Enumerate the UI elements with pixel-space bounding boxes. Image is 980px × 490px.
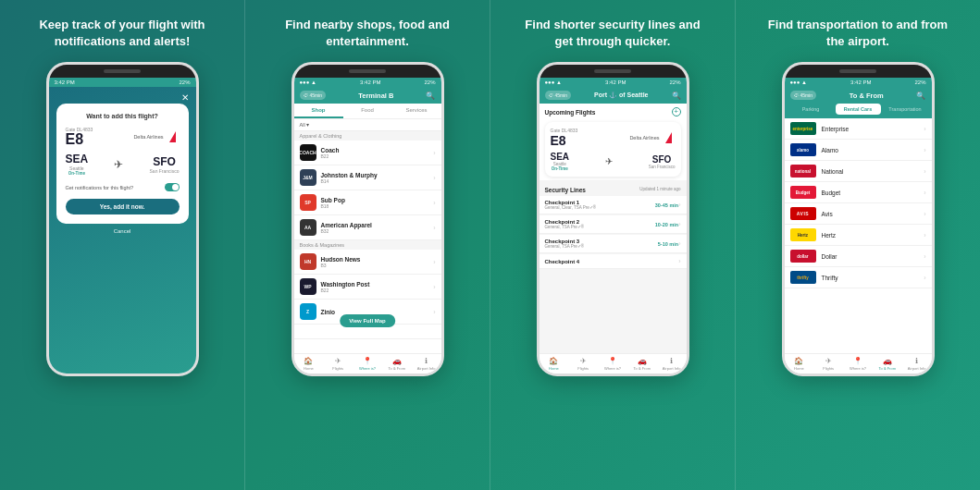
nav-tofrom-4[interactable]: 🚗To & From — [873, 357, 902, 371]
phone-1-notch — [49, 65, 196, 78]
search-icon-3[interactable]: 🔍 — [672, 92, 681, 100]
status-bar-4: ●●● ▲ 3:42 PM 22% — [785, 78, 932, 87]
panel-3: Find shorter security lines and get thro… — [490, 0, 736, 490]
shop-name: Washington Post — [321, 281, 434, 288]
nav-flights[interactable]: ✈Flights — [323, 357, 353, 371]
chevron-icon: › — [433, 200, 435, 206]
list-item[interactable]: J&M Johnston & Murphy B14 › — [294, 165, 441, 190]
tab-parking[interactable]: Parking — [788, 104, 834, 115]
status-time-2: ●●● ▲ — [300, 80, 316, 85]
shop-list: COACH Coach B22 › J&M Johnston & Murphy … — [294, 141, 441, 338]
route-info: SEA Seattle On-Time ✈ SFO San Francisco — [66, 153, 180, 176]
search-icon-2[interactable]: 🔍 — [426, 92, 435, 100]
nav-flights-4[interactable]: ✈Flights — [813, 357, 843, 371]
nav-whereis[interactable]: 📍Where is? — [353, 357, 382, 371]
view-map-button[interactable]: View Full Map — [340, 314, 395, 327]
nav-tofrom-3[interactable]: 🚗To & From — [627, 357, 657, 371]
cp4-name: Checkpoint 4 — [545, 259, 679, 264]
tofrom-icon-3: 🚗 — [638, 357, 647, 365]
panel-4: Find transportation to and from the airp… — [736, 0, 980, 490]
nav-home-4[interactable]: 🏠Home — [785, 357, 814, 371]
nav-flights-label-4: Flights — [823, 366, 834, 371]
list-item[interactable]: thrifty Thrifty › — [785, 267, 932, 288]
nav-whereis-label-4: Where is? — [850, 366, 866, 371]
tab-rental-cars[interactable]: Rental Cars — [836, 104, 881, 115]
list-item[interactable]: AA American Apparel B32 › — [294, 215, 441, 240]
hn-info: Hudson News B3 — [321, 256, 434, 268]
toggle-row: Get notifications for this flight? — [66, 183, 180, 191]
status-3: On-Time — [551, 166, 570, 171]
nav-home-label-4: Home — [794, 366, 804, 371]
filter-dropdown[interactable]: All ▾ — [294, 119, 441, 131]
jm-logo: J&M — [300, 169, 316, 186]
tab-shop[interactable]: Shop — [294, 104, 343, 118]
phone-4-notch — [785, 65, 932, 78]
yes-add-button[interactable]: Yes, add it now. — [66, 199, 180, 214]
list-item[interactable]: alamo Alamo › — [785, 140, 932, 161]
gate-info-3: Gate DL4833 E8 — [551, 128, 578, 148]
checkpoint-1[interactable]: Checkpoint 1 General, Clear, TSA Pre✓® 3… — [540, 196, 687, 214]
chevron-icon: › — [924, 211, 925, 217]
shop-name: American Apparel — [321, 222, 434, 228]
notification-toggle[interactable] — [165, 183, 180, 191]
shop-location: B32 — [321, 228, 434, 234]
checkpoint-3[interactable]: Checkpoint 3 General, TSA Pre✓® 5-10 min… — [540, 235, 687, 253]
shop-name: Coach — [321, 147, 434, 153]
chevron-icon: › — [924, 232, 925, 239]
origin-code-3: SEA — [551, 152, 570, 162]
checkpoint-4[interactable]: Checkpoint 4 › — [540, 254, 687, 269]
toggle-label: Get notifications for this flight? — [66, 185, 134, 190]
list-item[interactable]: SP Sub Pop B18 › — [294, 190, 441, 215]
nav-home[interactable]: 🏠Home — [294, 357, 324, 371]
chevron-icon: › — [924, 168, 925, 175]
tab-food[interactable]: Food — [343, 104, 392, 118]
close-icon[interactable]: ✕ — [181, 92, 189, 103]
section-apparel: Apparel & Clothing — [294, 131, 441, 141]
status-battery-1: 22% — [179, 80, 190, 85]
tab-services[interactable]: Services — [392, 104, 441, 118]
app-container: Keep track of your flight with notificat… — [0, 0, 980, 490]
origin-3: SEA Seattle On-Time — [551, 152, 570, 171]
national-logo: national — [790, 165, 816, 178]
status-battery-2: 22% — [424, 80, 435, 85]
zinio-logo: Z — [300, 303, 316, 320]
add-flight-btn[interactable]: + — [672, 107, 681, 116]
tofrom-icon: 🚗 — [392, 357, 402, 365]
checkpoint-2[interactable]: Checkpoint 2 General, TSA Pre✓® 10-20 mi… — [540, 215, 687, 234]
home-icon: 🏠 — [304, 357, 313, 365]
chevron-icon: › — [433, 225, 435, 231]
nav-info-3[interactable]: ℹAirport Info — [657, 357, 687, 371]
nav-info-label-4: Airport Info — [908, 366, 926, 371]
chevron-icon: › — [924, 126, 925, 132]
list-item[interactable]: enterprise Enterprise › — [785, 118, 932, 140]
list-item[interactable]: Budget Budget › — [785, 182, 932, 203]
whereis-icon-3: 📍 — [608, 357, 617, 365]
list-item[interactable]: dollar Dollar › — [785, 246, 932, 267]
list-item[interactable]: HN Hudson News B3 › — [294, 250, 441, 275]
cp1-desc: General, Clear, TSA Pre✓® — [545, 205, 655, 210]
list-item[interactable]: Hertz Hertz › — [785, 225, 932, 246]
nav-whereis-4[interactable]: 📍Where is? — [843, 357, 873, 371]
cancel-button[interactable]: Cancel — [114, 228, 131, 234]
chevron-icon: › — [433, 284, 435, 290]
nav-info[interactable]: ℹAirport Info — [412, 357, 441, 371]
coach-logo: COACH — [300, 144, 316, 161]
tab-transportation[interactable]: Transportation — [883, 104, 928, 115]
list-item[interactable]: COACH Coach B22 › — [294, 141, 441, 165]
search-icon-4[interactable]: 🔍 — [916, 92, 925, 100]
list-item[interactable]: AVIS Avis › — [785, 203, 932, 225]
nav-flights-3[interactable]: ✈Flights — [568, 357, 598, 371]
list-item[interactable]: national National › — [785, 161, 932, 182]
nav-home-3[interactable]: 🏠Home — [540, 357, 569, 371]
nav-info-4[interactable]: ℹAirport Info — [902, 357, 932, 371]
tofrom-icon-4: 🚗 — [883, 357, 892, 365]
chevron-icon: › — [678, 258, 680, 264]
nav-tofrom[interactable]: 🚗To & From — [382, 357, 412, 371]
cp3-info: Checkpoint 3 General, TSA Pre✓® — [545, 239, 658, 249]
wp-logo: WP — [300, 278, 316, 295]
dest-name-3: San Francisco — [649, 165, 676, 169]
list-item[interactable]: WP Washington Post B22 › — [294, 275, 441, 300]
status-time-1: 3:42 PM — [55, 80, 75, 85]
nav-whereis-3[interactable]: 📍Where is? — [598, 357, 627, 371]
section-books: Books & Magazines — [294, 240, 441, 250]
